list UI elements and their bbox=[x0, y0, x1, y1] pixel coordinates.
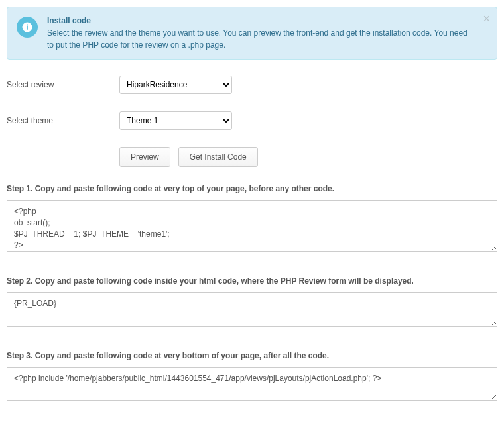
step2-code[interactable] bbox=[7, 292, 497, 327]
alert-title: Install code bbox=[47, 15, 475, 26]
review-select[interactable]: HiparkResidence bbox=[119, 76, 232, 94]
theme-select[interactable]: Theme 1 bbox=[119, 111, 232, 130]
step1-code[interactable] bbox=[7, 200, 497, 252]
review-row: Select review HiparkResidence bbox=[7, 76, 497, 94]
info-icon bbox=[17, 17, 38, 38]
step1-label: Step 1. Copy and paste following code at… bbox=[7, 184, 497, 193]
info-alert: Install code Select the review and the t… bbox=[7, 7, 497, 60]
alert-body: Install code Select the review and the t… bbox=[47, 15, 487, 51]
close-icon[interactable]: × bbox=[483, 13, 490, 25]
button-row: Preview Get Install Code bbox=[119, 147, 497, 167]
review-label: Select review bbox=[7, 80, 119, 89]
preview-button[interactable]: Preview bbox=[119, 147, 170, 167]
theme-row: Select theme Theme 1 bbox=[7, 111, 497, 130]
alert-text: Select the review and the theme you want… bbox=[47, 28, 468, 49]
get-install-code-button[interactable]: Get Install Code bbox=[178, 147, 258, 167]
step3-label: Step 3. Copy and paste following code at… bbox=[7, 351, 497, 360]
step3-code[interactable] bbox=[7, 367, 497, 401]
step2-label: Step 2. Copy and paste following code in… bbox=[7, 276, 497, 286]
theme-label: Select theme bbox=[7, 116, 119, 125]
